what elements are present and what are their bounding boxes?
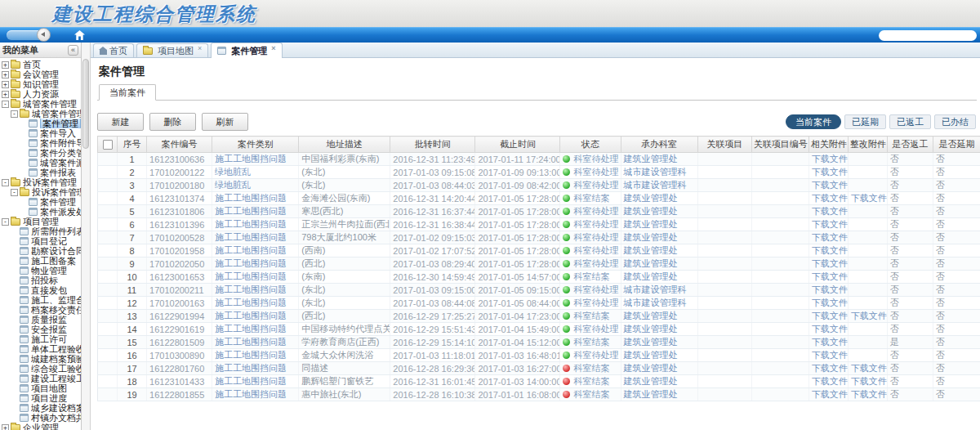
cell-rectify_attachment[interactable]: 下载文件: [848, 388, 887, 401]
tree-item-项目管理[interactable]: -项目管理: [0, 217, 81, 226]
tree-item-案件导入[interactable]: 案件导入: [0, 128, 81, 138]
tree-item-直接发包[interactable]: 直接发包: [0, 285, 81, 295]
cell-attachment[interactable]: 下载文件: [808, 336, 848, 349]
tab-项目地图[interactable]: 项目地图×: [136, 43, 208, 57]
cell-dept[interactable]: 城市建设管理科: [621, 297, 697, 310]
cell-dept[interactable]: 建筑业管理处: [621, 258, 697, 271]
tree-item-会议管理[interactable]: +会议管理: [0, 69, 81, 79]
cell-attachment[interactable]: 下载文件: [808, 218, 848, 231]
tree-expander-icon[interactable]: -: [11, 110, 18, 118]
cell-attachment[interactable]: 下载文件: [808, 192, 848, 205]
table-row[interactable]: 1516122801509施工工地围挡问题学府教育商店(正西)2016-12-2…: [98, 336, 980, 349]
tree-expander-icon[interactable]: -: [2, 179, 9, 186]
table-row[interactable]: 116123100636施工工地围挡问题中国福利彩票(东南)2016-12-31…: [98, 153, 980, 166]
cell-type[interactable]: 施工工地围挡问题: [212, 323, 299, 336]
tree-item-物业管理[interactable]: 物业管理: [0, 266, 81, 275]
table-row[interactable]: 1816123101433施工工地围挡问题鹏辉铝塑门窗铁艺2016-12-31 …: [98, 375, 980, 388]
select-all-checkbox[interactable]: [103, 140, 113, 150]
cell-attachment[interactable]: 下载文件: [808, 258, 848, 271]
tree-item-项目登记[interactable]: 项目登记: [0, 236, 81, 246]
cell-type[interactable]: 施工工地围挡问题: [212, 231, 299, 244]
table-row[interactable]: 416123101374施工工地围挡问题金海滩公园(东南)2016-12-31 …: [98, 192, 980, 205]
cell-dept[interactable]: 建筑业管理处: [621, 336, 697, 349]
cell-dept[interactable]: 建筑业管理处: [621, 231, 697, 244]
table-row[interactable]: 1016123001653施工工地围挡问题(东南)2016-12-30 14:5…: [98, 271, 980, 284]
tree-item-城管案件管理[interactable]: -城管案件管理: [0, 109, 81, 119]
cell-dept[interactable]: 建筑业管理处: [621, 153, 697, 166]
tree-item-案件报表[interactable]: 案件报表: [0, 168, 81, 177]
cell-type[interactable]: 绿地脏乱: [212, 179, 299, 192]
tree-expander-icon[interactable]: -: [11, 189, 18, 196]
delete-button[interactable]: 删除: [149, 113, 196, 131]
tree-expander-icon[interactable]: +: [2, 71, 9, 78]
tab-案件管理[interactable]: 案件管理×: [211, 43, 282, 58]
table-row[interactable]: 217010200122绿地脏乱(东北)2017-01-03 09:15:082…: [98, 166, 980, 179]
tree-item-项目地图[interactable]: 项目地图: [0, 383, 81, 393]
cell-rectify_attachment[interactable]: 下载文件: [848, 310, 887, 323]
tree-expander-icon[interactable]: +: [2, 91, 9, 98]
sidebar-toggle[interactable]: [7, 30, 47, 40]
collapse-sidebar-icon[interactable]: «: [68, 45, 78, 56]
tree-item-城建档案预验收[interactable]: 城建档案预验收: [0, 354, 81, 364]
search-input[interactable]: [879, 34, 977, 44]
table-row[interactable]: 317010200180绿地脏乱(东北)2017-01-03 08:44:032…: [98, 179, 980, 192]
tree-item-项目进度[interactable]: 项目进度: [0, 393, 81, 403]
cell-dept[interactable]: 建筑业管理处: [621, 375, 697, 388]
tree-expander-icon[interactable]: +: [2, 61, 9, 69]
tree-item-案件管理[interactable]: 案件管理: [0, 119, 81, 128]
cell-dept[interactable]: 建筑业管理处: [621, 205, 697, 218]
cell-type[interactable]: 施工工地围挡问题: [212, 297, 299, 310]
tree-item-村镇办文档共享[interactable]: 村镇办文档共享: [0, 413, 81, 423]
tree-item-城乡建设档案查询利[interactable]: 城乡建设档案查询利: [0, 403, 81, 413]
cell-type[interactable]: 施工工地围挡问题: [212, 153, 299, 166]
tree-expander-icon[interactable]: -: [2, 218, 9, 226]
close-icon[interactable]: ×: [198, 44, 202, 52]
refresh-button[interactable]: 刷新: [202, 113, 248, 131]
table-row[interactable]: 717010200528施工工地围挡问题798大厦北约100米2017-01-0…: [98, 231, 980, 244]
tree-expander-icon[interactable]: +: [2, 424, 9, 430]
cell-attachment[interactable]: 下载文件: [808, 205, 848, 218]
close-icon[interactable]: ×: [271, 44, 275, 52]
cell-attachment[interactable]: 下载文件: [808, 388, 848, 401]
cell-dept[interactable]: 建筑业管理处: [621, 192, 697, 205]
cell-dept[interactable]: 建筑业管理处: [621, 244, 697, 258]
table-row[interactable]: 616123101396施工工地围挡问题正宗兰州牛肉拉面(西北2016-12-3…: [98, 218, 980, 231]
toggle-knob[interactable]: [37, 28, 51, 42]
tree-item-所需附件列表[interactable]: 所需附件列表: [0, 226, 81, 236]
table-row[interactable]: 1916122801855施工工地围挡问题惠中旅社(东北)2016-12-28 …: [98, 388, 980, 401]
cell-type[interactable]: 施工工地围挡问题: [212, 336, 299, 349]
tree-item-安全报监[interactable]: 安全报监: [0, 325, 81, 334]
cell-dept[interactable]: 建筑业管理处: [621, 218, 697, 231]
cell-dept[interactable]: 建筑业管理处: [621, 310, 697, 323]
cell-dept[interactable]: 建筑业管理处: [621, 388, 697, 401]
cell-attachment[interactable]: 下载文件: [808, 310, 848, 323]
cell-attachment[interactable]: 下载文件: [808, 323, 848, 336]
table-row[interactable]: 817010201958施工工地围挡问题(西南)2017-01-02 17:07…: [98, 244, 980, 258]
cell-attachment[interactable]: 下载文件: [808, 231, 848, 244]
cell-attachment[interactable]: 下载文件: [808, 244, 848, 258]
tree-item-知识管理[interactable]: +知识管理: [0, 79, 81, 89]
cell-type[interactable]: 施工工地围挡问题: [212, 258, 299, 271]
scrollbar-thumb[interactable]: [82, 59, 89, 149]
tree-item-城管案件管理[interactable]: -城管案件管理: [0, 99, 81, 109]
tree-item-案件分类管理[interactable]: 案件分类管理: [0, 148, 81, 158]
cell-rectify_attachment[interactable]: 下载文件: [848, 362, 887, 375]
tree-item-单体工程验收备案[interactable]: 单体工程验收备案: [0, 344, 81, 354]
cell-attachment[interactable]: 下载文件: [808, 271, 848, 284]
cell-rectify_attachment[interactable]: 下载文件: [848, 192, 887, 205]
tree-item-投诉案件管理[interactable]: -投诉案件管理: [0, 187, 81, 197]
cell-attachment[interactable]: 下载文件: [808, 179, 848, 192]
cell-dept[interactable]: 建筑业管理处: [621, 271, 697, 284]
tree-item-质量报监[interactable]: 质量报监: [0, 315, 81, 325]
tree-item-综合竣工验收备案[interactable]: 综合竣工验收备案: [0, 364, 81, 374]
tree-item-招投标[interactable]: 招投标: [0, 275, 81, 285]
sidebar-scrollbar[interactable]: [82, 43, 91, 430]
cell-dept[interactable]: 城市建设管理科: [621, 284, 697, 297]
tree-item-投诉案件管理[interactable]: -投诉案件管理: [0, 177, 81, 187]
cell-type[interactable]: 施工工地围挡问题: [212, 362, 299, 375]
cell-dept[interactable]: 城市建设管理科: [621, 179, 697, 192]
cell-type[interactable]: 施工工地围挡问题: [212, 310, 299, 323]
cell-attachment[interactable]: 下载文件: [808, 375, 848, 388]
cell-dept[interactable]: 建筑业管理处: [621, 323, 697, 336]
table-row[interactable]: 516123101806施工工地围挡问题寒思(西北)2016-12-31 16:…: [98, 205, 980, 218]
